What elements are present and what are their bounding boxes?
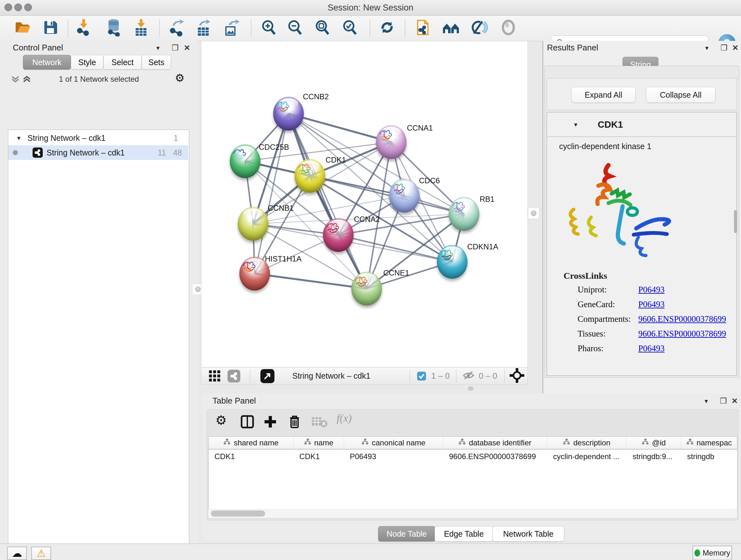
export-image-button[interactable] — [222, 18, 242, 38]
network-edge[interactable] — [255, 114, 288, 273]
network-node-CCNB1[interactable] — [238, 207, 268, 241]
hidden-eye-icon[interactable] — [462, 370, 475, 382]
gene-description: cyclin-dependent kinase 1 — [559, 142, 651, 151]
tab-network-table[interactable]: Network Table — [492, 526, 564, 542]
import-table-button[interactable] — [131, 18, 151, 38]
network-node-RB1[interactable] — [449, 197, 479, 231]
hide-glasses-button[interactable] — [469, 18, 488, 38]
network-type-icon[interactable] — [227, 370, 240, 382]
column-header-shared-name[interactable]: shared name — [209, 437, 293, 449]
function-builder-icon[interactable]: f(x) — [337, 412, 352, 424]
zoom-in-button[interactable] — [259, 18, 279, 38]
gear-icon[interactable]: ⚙ — [175, 71, 185, 84]
show-eye-button[interactable] — [498, 18, 518, 38]
network-node-CCNB2[interactable] — [273, 97, 304, 131]
panel-float-icon[interactable]: ❐ — [172, 44, 179, 52]
column-header-canonical-name[interactable]: canonical name — [344, 437, 443, 449]
table-gear-icon[interactable]: ⚙ — [215, 413, 227, 428]
network-node-CCNA1[interactable] — [376, 125, 407, 159]
crosslink-row: Pharos:P06493 — [578, 344, 665, 354]
table-row[interactable]: CDK1CDK1P064939606.ENSP00000378699cyclin… — [209, 449, 737, 463]
toolbar-separator — [68, 19, 68, 37]
table-cell: stringdb — [681, 449, 737, 463]
crosslink-link[interactable]: P06493 — [638, 300, 665, 309]
zoom-selected-icon — [341, 19, 358, 37]
network-edge[interactable] — [255, 273, 367, 289]
network-edge[interactable] — [310, 176, 464, 214]
panel-menu-icon[interactable]: ▾ — [705, 44, 709, 52]
tab-network[interactable]: Network — [23, 55, 71, 70]
export-table-button[interactable] — [194, 18, 213, 38]
file-share-icon — [415, 18, 430, 38]
crosslink-link[interactable]: P06493 — [638, 344, 665, 353]
zoom-selected-button[interactable] — [340, 18, 360, 38]
table-panel-title: Table Panel — [212, 396, 256, 406]
network-canvas[interactable]: CCNB2CCNA1CDC25BCDK1CDC6RB1CCNB1CCNA2CDK… — [201, 41, 528, 368]
column-header-database-identifier[interactable]: database identifier — [443, 437, 547, 449]
tab-sets[interactable]: Sets — [142, 55, 171, 70]
tab-edge-table[interactable]: Edge Table — [434, 526, 493, 542]
share-file-button[interactable] — [413, 18, 433, 38]
collapse-gene-icon[interactable]: ▾ — [574, 121, 577, 128]
zoom-fit-button[interactable] — [313, 18, 332, 38]
memory-button[interactable]: Memory — [692, 546, 732, 560]
bottom-splitter-handle[interactable] — [468, 386, 474, 391]
refresh-button[interactable] — [377, 18, 397, 38]
panel-close-icon[interactable]: ✕ — [184, 44, 190, 52]
panel-float-icon[interactable]: ❐ — [720, 396, 727, 406]
network-node-CDK1[interactable] — [294, 159, 325, 193]
table-hscrollbar-thumb[interactable] — [211, 510, 265, 516]
crosslink-link[interactable]: 9606.ENSP00000378699 — [638, 329, 726, 338]
open-in-window-icon[interactable] — [260, 369, 274, 383]
column-header-description[interactable]: description — [547, 437, 627, 449]
results-scrollbar-thumb[interactable] — [734, 210, 737, 233]
gene-header-row[interactable]: ▾ CDK1 — [547, 113, 736, 137]
panel-menu-icon[interactable]: ▾ — [704, 397, 708, 405]
open-session-button[interactable] — [13, 18, 32, 38]
panel-float-icon[interactable]: ❐ — [721, 44, 728, 52]
network-node-CDKN1A[interactable] — [437, 245, 468, 279]
export-network-button[interactable] — [167, 18, 187, 38]
panel-close-icon[interactable]: ✕ — [731, 396, 738, 406]
network-node-CDC25B[interactable] — [230, 144, 260, 178]
tab-style[interactable]: Style — [71, 55, 104, 70]
separator — [456, 370, 456, 382]
warnings-button[interactable]: ⚠ — [31, 547, 51, 560]
network-edge-count: 48 — [173, 148, 182, 158]
network-row[interactable]: String Network – cdk1 11 48 — [8, 145, 188, 160]
crosslink-link[interactable]: P06493 — [638, 285, 665, 294]
tab-select[interactable]: Select — [104, 55, 142, 70]
network-node-CCNE1[interactable] — [351, 272, 382, 306]
zoom-out-button[interactable] — [285, 18, 305, 38]
column-header--id[interactable]: @id — [626, 437, 681, 449]
import-network-database-button[interactable] — [104, 18, 124, 38]
selected-checkbox[interactable] — [417, 372, 426, 381]
tab-node-table[interactable]: Node Table — [378, 526, 435, 542]
birdseye-grid-icon[interactable] — [208, 369, 221, 383]
crosslink-link[interactable]: 9606.ENSP00000378699 — [638, 314, 726, 324]
expand-all-button[interactable]: Expand All — [571, 87, 636, 103]
collapse-all-button[interactable]: Collapse All — [646, 87, 716, 103]
string-home-button[interactable] — [441, 18, 461, 38]
node-table: shared namenamecanonical namedatabase id… — [208, 436, 738, 510]
column-header-label: name — [314, 438, 333, 447]
column-header-name[interactable]: name — [293, 437, 344, 449]
panel-menu-icon[interactable]: ▾ — [156, 44, 159, 52]
protein-thumbnail-icon — [351, 272, 370, 291]
save-session-button[interactable] — [41, 18, 61, 38]
delete-trash-icon[interactable] — [287, 414, 301, 430]
column-type-icon — [304, 438, 311, 447]
panel-close-icon[interactable]: ✕ — [732, 44, 738, 52]
add-row-plus-icon[interactable] — [263, 415, 277, 430]
network-node-CCNA2[interactable] — [323, 218, 354, 252]
show-columns-icon[interactable] — [240, 415, 254, 430]
protein-thumbnail-icon — [294, 159, 314, 178]
right-splitter-handle[interactable] — [528, 207, 539, 219]
fit-crosshair-icon[interactable] — [510, 368, 524, 384]
column-header-namespac[interactable]: namespac — [681, 437, 737, 449]
network-node-CDC6[interactable] — [389, 179, 420, 212]
delete-table-icon[interactable] — [311, 416, 328, 429]
import-network-file-button[interactable] — [74, 18, 93, 38]
cloud-button[interactable]: ☁ — [7, 547, 27, 560]
network-collection-row[interactable]: ▾ String Network – cdk1 1 — [8, 131, 188, 145]
